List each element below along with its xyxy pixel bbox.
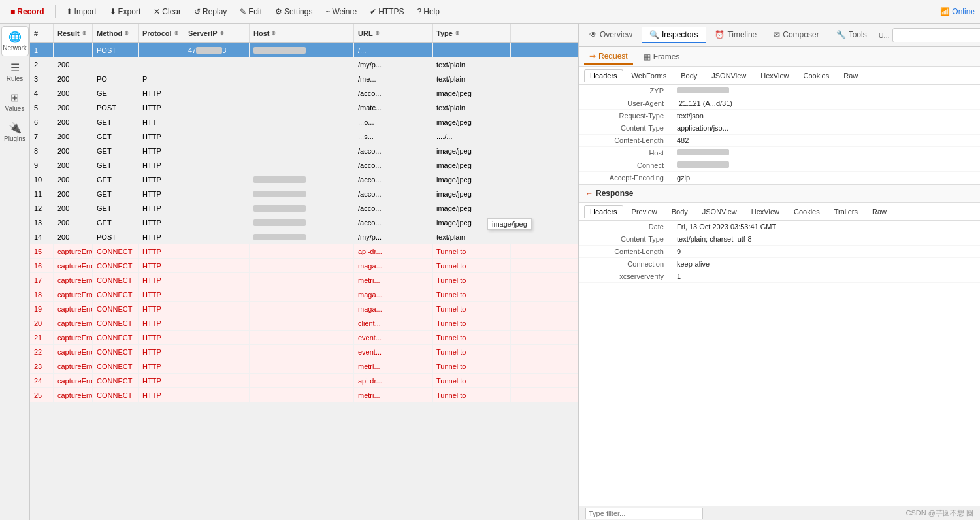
sidebar: 🌐 Network ☰ Rules ⊞ Values 🔌 Plugins xyxy=(0,24,30,520)
replay-icon: ↺ xyxy=(194,7,201,16)
tab-inspectors[interactable]: 🔍 Inspectors xyxy=(642,27,706,43)
resp-subtab-raw[interactable]: Raw xyxy=(866,205,892,218)
type-tooltip: image/jpeg xyxy=(487,218,532,230)
url-short-label: U... xyxy=(879,31,890,39)
col-header-protocol[interactable]: Protocol⬍ xyxy=(139,24,184,42)
req-subtab-webforms[interactable]: WebForms xyxy=(626,69,673,82)
record-button[interactable]: ■ Record xyxy=(5,5,50,18)
request-header-row: Request-Typetext/json xyxy=(579,110,980,122)
settings-button[interactable]: ⚙ Settings xyxy=(270,5,318,18)
col-header-method[interactable]: Method⬍ xyxy=(93,24,139,42)
col-header-num[interactable]: # xyxy=(30,24,54,42)
weinre-button[interactable]: ~ Weinre xyxy=(320,5,362,18)
help-icon: ? xyxy=(417,7,422,16)
request-header-row: ZYP xyxy=(579,85,980,97)
table-row[interactable]: 7200GETHTTP...s......./... xyxy=(30,129,578,144)
tab-tools[interactable]: 🔧 Tools xyxy=(828,27,875,43)
table-row[interactable]: 17captureErrorCONNECTHTTPmetri...Tunnel … xyxy=(30,273,578,287)
main-layout: 🌐 Network ☰ Rules ⊞ Values 🔌 Plugins # R… xyxy=(0,24,980,520)
export-button[interactable]: ⬇ Export xyxy=(105,5,146,18)
search-area: U... xyxy=(876,28,980,42)
sidebar-item-network[interactable]: 🌐 Network xyxy=(1,26,29,56)
signal-icon: 📶 xyxy=(940,7,950,16)
resp-subtab-headers[interactable]: Headers xyxy=(584,205,623,218)
edit-icon: ✎ xyxy=(240,7,246,16)
table-row[interactable]: 12200GETHTTP /acco...image/jpeg xyxy=(30,201,578,216)
col-header-host[interactable]: Host⬍ xyxy=(250,24,354,42)
sidebar-item-values[interactable]: ⊞ Values xyxy=(1,88,29,116)
resp-subtab-trailers[interactable]: Trailers xyxy=(828,205,864,218)
req-subtab-headers[interactable]: Headers xyxy=(584,69,623,82)
edit-button[interactable]: ✎ Edit xyxy=(235,5,267,18)
table-row[interactable]: 10200GETHTTP /acco...image/jpeg xyxy=(30,172,578,187)
clear-button[interactable]: ✕ Clear xyxy=(148,5,186,18)
sidebar-item-rules[interactable]: ☰ Rules xyxy=(1,57,29,86)
table-row[interactable]: 5200POSTHTTP/matc...text/plain xyxy=(30,101,578,115)
frames-tab[interactable]: ▦ Frames xyxy=(638,50,685,64)
table-row[interactable]: 19captureErrorCONNECTHTTPmaga...Tunnel t… xyxy=(30,302,578,316)
column-headers: # Result⬍ Method⬍ Protocol⬍ ServerIP⬍ Ho… xyxy=(30,24,578,43)
table-row[interactable]: 11200GETHTTP /acco...image/jpeg xyxy=(30,187,578,201)
req-subtab-raw[interactable]: Raw xyxy=(838,69,864,82)
network-rows: 1POST47 3 /...2200/my/p...text/plain3200… xyxy=(30,43,578,520)
table-row[interactable]: 3200POP/me...text/plain xyxy=(30,72,578,86)
table-row[interactable]: 22captureErrorCONNECTHTTPevent...Tunnel … xyxy=(30,345,578,359)
composer-icon: ✉ xyxy=(774,30,780,39)
https-button[interactable]: ✔ HTTPS xyxy=(365,5,409,18)
resp-subtab-preview[interactable]: Preview xyxy=(626,205,663,218)
sidebar-item-plugins[interactable]: 🔌 Plugins xyxy=(1,118,29,146)
table-row[interactable]: 21captureErrorCONNECTHTTPevent...Tunnel … xyxy=(30,331,578,345)
request-header-row: Content-Length482 xyxy=(579,135,980,147)
col-header-type[interactable]: Type⬍ xyxy=(433,24,511,42)
table-row[interactable]: 1POST47 3 /... xyxy=(30,43,578,57)
table-row[interactable]: 16captureErrorCONNECTHTTPmaga...Tunnel t… xyxy=(30,259,578,273)
request-arrow: ➡ xyxy=(589,52,596,61)
plugins-icon: 🔌 xyxy=(8,122,22,134)
request-header-row: User-Agent.21.121 (A...d/31) xyxy=(579,97,980,110)
resp-subtab-cookies[interactable]: Cookies xyxy=(788,205,826,218)
col-header-url[interactable]: URL⬍ xyxy=(354,24,433,42)
response-headers-table: DateFri, 13 Oct 2023 03:53:41 GMTContent… xyxy=(579,221,980,283)
table-row[interactable]: 6200GETHTT...o...image/jpeg xyxy=(30,115,578,129)
table-row[interactable]: 2200/my/p...text/plain xyxy=(30,57,578,72)
table-row[interactable]: 25captureErrorCONNECTHTTPmetri...Tunnel … xyxy=(30,388,578,402)
search-input[interactable] xyxy=(892,28,980,42)
inspector-content: ➡ Request ▦ Frames Headers WebForms Body… xyxy=(579,47,980,506)
col-header-serverip[interactable]: ServerIP⬍ xyxy=(184,24,250,42)
response-header-row: Content-Length9 xyxy=(579,246,980,258)
request-tab[interactable]: ➡ Request xyxy=(584,49,633,65)
tab-overview[interactable]: 👁 Overview xyxy=(581,27,640,43)
type-filter-input[interactable] xyxy=(585,508,703,519)
response-header-row: DateFri, 13 Oct 2023 03:53:41 GMT xyxy=(579,221,980,233)
import-button[interactable]: ⬆ Import xyxy=(61,5,102,18)
values-icon: ⊞ xyxy=(10,91,19,104)
clear-icon: ✕ xyxy=(154,7,160,16)
req-subtab-body[interactable]: Body xyxy=(675,69,703,82)
tab-timeline[interactable]: ⏰ Timeline xyxy=(707,27,764,43)
req-subtab-hexview[interactable]: HexView xyxy=(755,69,794,82)
request-sub-tabs: Headers WebForms Body JSONView HexView C… xyxy=(579,67,980,85)
help-button[interactable]: ? Help xyxy=(412,5,445,18)
req-subtab-jsonview[interactable]: JSONView xyxy=(706,69,752,82)
table-row[interactable]: 9200GETHTTP/acco...image/jpeg xyxy=(30,158,578,172)
table-row[interactable]: 15captureErrorCONNECTHTTPapi-dr...Tunnel… xyxy=(30,244,578,259)
resp-subtab-body[interactable]: Body xyxy=(666,205,694,218)
table-row[interactable]: 18captureErrorCONNECTHTTPmaga...Tunnel t… xyxy=(30,287,578,302)
request-header-row: Host xyxy=(579,147,980,159)
toolbar-separator-1 xyxy=(55,5,56,18)
tab-composer[interactable]: ✉ Composer xyxy=(766,27,826,43)
resp-subtab-jsonview[interactable]: JSONView xyxy=(696,205,743,218)
table-row[interactable]: 24captureErrorCONNECTHTTPapi-dr...Tunnel… xyxy=(30,374,578,388)
export-icon: ⬇ xyxy=(110,7,116,16)
record-icon: ■ xyxy=(10,7,15,16)
table-row[interactable]: 14200POSTHTTP /my/p...text/plain xyxy=(30,230,578,244)
resp-subtab-hexview[interactable]: HexView xyxy=(745,205,785,218)
req-subtab-cookies[interactable]: Cookies xyxy=(797,69,835,82)
table-row[interactable]: 4200GEHTTP/acco...image/jpeg xyxy=(30,86,578,101)
table-row[interactable]: 23captureErrorCONNECTHTTPmetri...Tunnel … xyxy=(30,359,578,374)
table-row[interactable]: 8200GETHTTP/acco...image/jpeg xyxy=(30,144,578,158)
col-header-result[interactable]: Result⬍ xyxy=(54,24,93,42)
response-section-heading: ← Response xyxy=(579,184,980,203)
replay-button[interactable]: ↺ Replay xyxy=(189,5,232,18)
table-row[interactable]: 20captureErrorCONNECTHTTPclient...Tunnel… xyxy=(30,316,578,331)
